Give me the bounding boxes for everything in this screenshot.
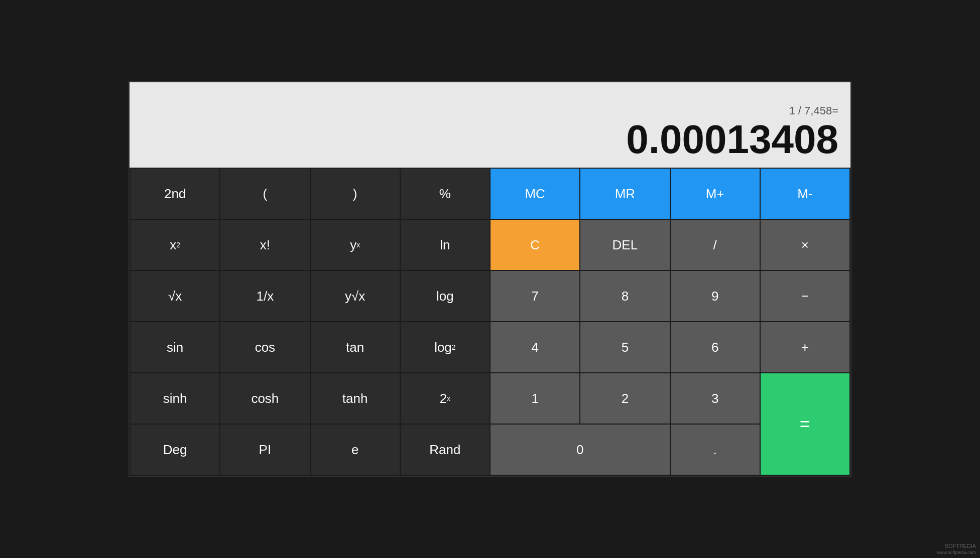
display-result: 0.00013408 (142, 119, 838, 160)
btn-sin[interactable]: sin (131, 322, 219, 372)
btn-deg[interactable]: Deg (131, 425, 219, 475)
btn-open-paren[interactable]: ( (220, 169, 309, 219)
btn-equals[interactable]: = SOFTPEDIAwww.softpedia.com (761, 373, 849, 475)
display-expression: 1 / 7,458= (142, 104, 838, 117)
btn-8[interactable]: 8 (580, 271, 669, 321)
btn-cos[interactable]: cos (220, 322, 309, 372)
btn-1[interactable]: 1 (491, 373, 579, 424)
btn-cosh[interactable]: cosh (220, 373, 309, 424)
btn-clear[interactable]: C (491, 220, 579, 270)
btn-log2[interactable]: log2 (401, 322, 489, 372)
btn-tan[interactable]: tan (311, 322, 400, 372)
btn-x-squared[interactable]: x2 (131, 220, 219, 270)
btn-ln[interactable]: ln (401, 220, 489, 270)
btn-4[interactable]: 4 (491, 322, 579, 372)
btn-y-power-x[interactable]: yx (311, 220, 400, 270)
btn-0[interactable]: 0 (491, 425, 670, 475)
btn-2[interactable]: 2 (580, 373, 669, 424)
btn-pi[interactable]: PI (220, 425, 309, 475)
btn-divide[interactable]: / (671, 220, 760, 270)
btn-mr[interactable]: MR (580, 169, 669, 219)
btn-tanh[interactable]: tanh (311, 373, 400, 424)
btn-add[interactable]: + (761, 322, 849, 372)
btn-close-paren[interactable]: ) (311, 169, 400, 219)
btn-5[interactable]: 5 (580, 322, 669, 372)
btn-2-power-x[interactable]: 2x (401, 373, 489, 424)
btn-mc[interactable]: MC (491, 169, 579, 219)
btn-9[interactable]: 9 (671, 271, 760, 321)
btn-2nd[interactable]: 2nd (131, 169, 219, 219)
btn-y-sqrt-x[interactable]: y√x (311, 271, 400, 321)
display-area: 1 / 7,458= 0.00013408 (130, 82, 850, 168)
btn-rand[interactable]: Rand (401, 425, 489, 475)
btn-reciprocal[interactable]: 1/x (220, 271, 309, 321)
btn-sinh[interactable]: sinh (131, 373, 219, 424)
btn-7[interactable]: 7 (491, 271, 579, 321)
btn-m-plus[interactable]: M+ (671, 169, 760, 219)
btn-m-minus[interactable]: M- (761, 169, 849, 219)
btn-x-factorial[interactable]: x! (220, 220, 309, 270)
buttons-grid: 2nd ( ) % MC MR M+ M- x2 x! yx ln C DEL … (130, 168, 850, 476)
btn-3[interactable]: 3 (671, 373, 760, 424)
watermark: SOFTPEDIAwww.softpedia.com (937, 543, 976, 555)
calculator: 1 / 7,458= 0.00013408 2nd ( ) % MC MR M+… (129, 81, 851, 477)
btn-6[interactable]: 6 (671, 322, 760, 372)
btn-delete[interactable]: DEL (580, 220, 669, 270)
btn-decimal[interactable]: . (671, 425, 760, 475)
btn-percent[interactable]: % (401, 169, 489, 219)
btn-log[interactable]: log (401, 271, 489, 321)
btn-sqrt[interactable]: √x (131, 271, 219, 321)
btn-multiply[interactable]: × (761, 220, 849, 270)
btn-subtract[interactable]: − (761, 271, 849, 321)
btn-euler[interactable]: e (311, 425, 400, 475)
